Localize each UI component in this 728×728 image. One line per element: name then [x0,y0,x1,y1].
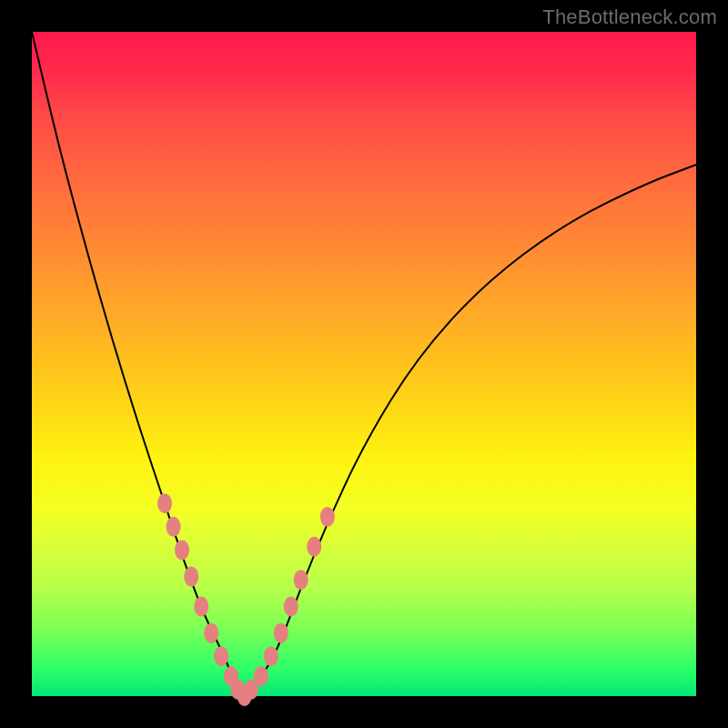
data-marker [157,493,172,513]
data-marker [294,570,308,590]
data-marker [264,646,278,666]
data-marker [307,537,321,557]
data-marker [194,596,208,616]
chart-svg [32,32,696,696]
marker-group [157,493,335,706]
watermark-label: TheBottleneck.com [542,5,717,29]
data-marker [274,623,288,643]
data-marker [175,540,189,560]
data-marker [204,623,218,643]
data-marker [284,596,298,616]
data-marker [320,507,335,527]
data-marker [184,567,198,587]
data-marker [166,517,180,537]
bottleneck-curve [32,32,696,693]
data-marker [214,646,228,666]
data-marker [254,666,268,686]
chart-frame: TheBottleneck.com [0,0,728,728]
plot-area [32,32,696,696]
